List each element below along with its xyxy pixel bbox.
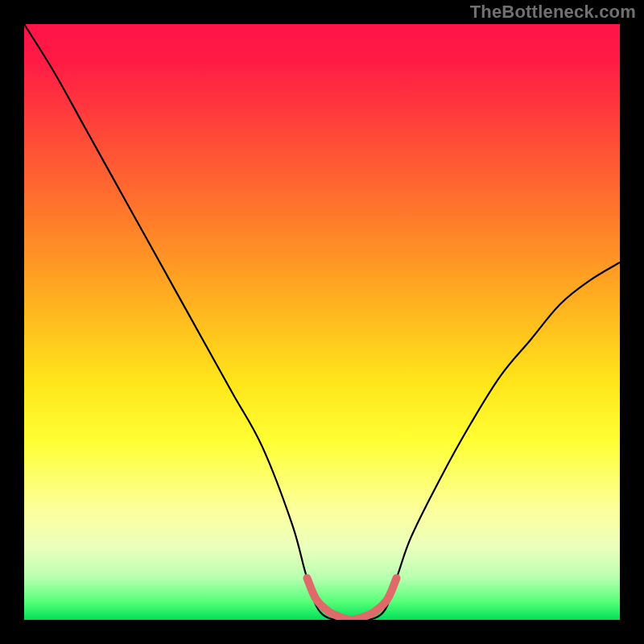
chart-frame: TheBottleneck.com — [0, 0, 644, 644]
watermark-text: TheBottleneck.com — [470, 2, 636, 23]
bottleneck-curve-path — [24, 24, 620, 620]
curves-svg — [24, 24, 620, 620]
plot-area — [24, 24, 620, 620]
